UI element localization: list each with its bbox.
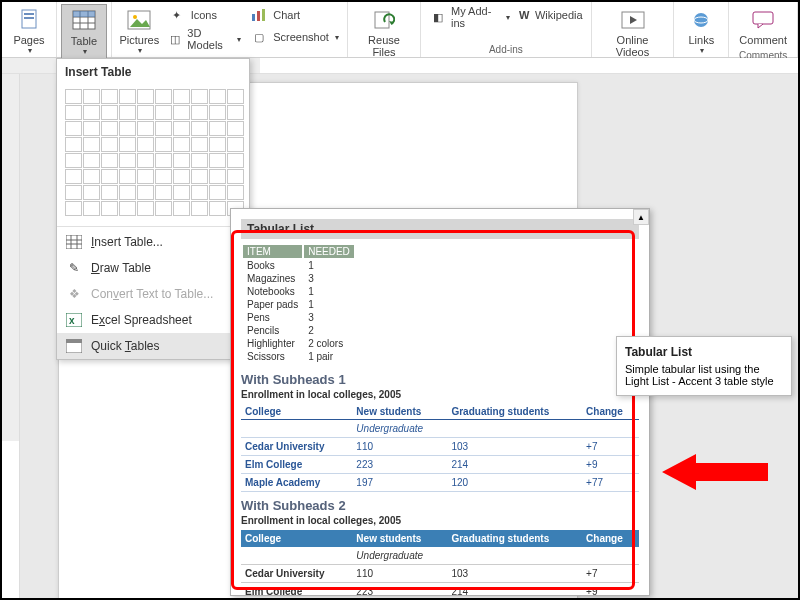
online-videos-button[interactable]: Online Videos [596, 4, 670, 60]
grid-cell[interactable] [137, 185, 154, 200]
grid-cell[interactable] [101, 185, 118, 200]
scroll-up-button[interactable]: ▲ [633, 209, 649, 225]
grid-cell[interactable] [209, 137, 226, 152]
3dmodels-button[interactable]: ◫3D Models▾ [163, 26, 246, 52]
grid-cell[interactable] [155, 105, 172, 120]
quick-tables-item[interactable]: Quick Tables ▶ [57, 333, 249, 359]
grid-cell[interactable] [83, 153, 100, 168]
grid-cell[interactable] [83, 105, 100, 120]
grid-cell[interactable] [227, 89, 244, 104]
grid-cell[interactable] [173, 169, 190, 184]
grid-cell[interactable] [83, 137, 100, 152]
grid-cell[interactable] [173, 201, 190, 216]
grid-cell[interactable] [155, 153, 172, 168]
grid-cell[interactable] [65, 121, 82, 136]
grid-cell[interactable] [101, 137, 118, 152]
grid-cell[interactable] [137, 153, 154, 168]
grid-cell[interactable] [191, 169, 208, 184]
grid-cell[interactable] [119, 169, 136, 184]
grid-cell[interactable] [65, 89, 82, 104]
grid-cell[interactable] [65, 105, 82, 120]
icons-button[interactable]: ✦Icons [163, 4, 246, 26]
grid-cell[interactable] [173, 105, 190, 120]
grid-cell[interactable] [83, 121, 100, 136]
grid-cell[interactable] [191, 185, 208, 200]
grid-cell[interactable] [137, 89, 154, 104]
grid-cell[interactable] [65, 153, 82, 168]
grid-cell[interactable] [83, 185, 100, 200]
grid-cell[interactable] [227, 153, 244, 168]
grid-cell[interactable] [191, 121, 208, 136]
grid-cell[interactable] [101, 89, 118, 104]
grid-cell[interactable] [137, 121, 154, 136]
with-subheads-2-preview[interactable]: With Subheads 2 Enrollment in local coll… [241, 498, 639, 596]
grid-cell[interactable] [209, 105, 226, 120]
pages-button[interactable]: Pages▾ [6, 4, 52, 57]
grid-cell[interactable] [155, 137, 172, 152]
grid-cell[interactable] [119, 105, 136, 120]
grid-cell[interactable] [137, 169, 154, 184]
grid-cell[interactable] [209, 153, 226, 168]
grid-cell[interactable] [119, 153, 136, 168]
excel-spreadsheet-item[interactable]: x Excel Spreadsheet [57, 307, 249, 333]
grid-cell[interactable] [209, 169, 226, 184]
grid-cell[interactable] [191, 137, 208, 152]
grid-cell[interactable] [155, 185, 172, 200]
links-button[interactable]: Links▾ [678, 4, 724, 57]
grid-cell[interactable] [227, 105, 244, 120]
grid-cell[interactable] [227, 185, 244, 200]
grid-cell[interactable] [119, 137, 136, 152]
grid-cell[interactable] [191, 89, 208, 104]
comment-button[interactable]: Comment [733, 4, 793, 48]
grid-cell[interactable] [65, 137, 82, 152]
grid-cell[interactable] [155, 169, 172, 184]
grid-cell[interactable] [173, 137, 190, 152]
my-addins-button[interactable]: ◧My Add-ins▾ [425, 4, 513, 30]
grid-cell[interactable] [191, 105, 208, 120]
grid-cell[interactable] [101, 121, 118, 136]
grid-cell[interactable] [173, 153, 190, 168]
grid-cell[interactable] [227, 137, 244, 152]
grid-cell[interactable] [65, 169, 82, 184]
grid-cell[interactable] [209, 121, 226, 136]
grid-cell[interactable] [173, 89, 190, 104]
quick-tables-submenu[interactable]: ▲ Tabular List ITEMNEEDED Books1Magazine… [230, 208, 650, 596]
grid-cell[interactable] [137, 105, 154, 120]
grid-cell[interactable] [155, 89, 172, 104]
grid-cell[interactable] [119, 121, 136, 136]
grid-cell[interactable] [101, 169, 118, 184]
grid-cell[interactable] [119, 185, 136, 200]
grid-cell[interactable] [65, 201, 82, 216]
grid-cell[interactable] [155, 121, 172, 136]
table-button[interactable]: Table▾ [61, 4, 107, 59]
insert-table-item[interactable]: IInsert Table...nsert Table... [57, 229, 249, 255]
grid-cell[interactable] [83, 201, 100, 216]
grid-cell[interactable] [173, 121, 190, 136]
grid-cell[interactable] [191, 153, 208, 168]
grid-cell[interactable] [65, 185, 82, 200]
grid-cell[interactable] [227, 121, 244, 136]
grid-cell[interactable] [209, 201, 226, 216]
draw-table-item[interactable]: ✎ Draw Table [57, 255, 249, 281]
grid-cell[interactable] [155, 201, 172, 216]
tabular-list-preview[interactable]: ITEMNEEDED Books1Magazines3Notebooks1Pap… [241, 243, 356, 364]
grid-cell[interactable] [191, 201, 208, 216]
table-size-grid[interactable] [57, 85, 249, 224]
grid-cell[interactable] [227, 169, 244, 184]
pictures-button[interactable]: Pictures▾ [116, 4, 163, 57]
grid-cell[interactable] [83, 169, 100, 184]
with-subheads-1-preview[interactable]: With Subheads 1 Enrollment in local coll… [241, 372, 639, 492]
grid-cell[interactable] [209, 89, 226, 104]
grid-cell[interactable] [137, 201, 154, 216]
reuse-files-button[interactable]: Reuse Files [352, 4, 416, 60]
grid-cell[interactable] [101, 153, 118, 168]
grid-cell[interactable] [119, 89, 136, 104]
wikipedia-button[interactable]: WWikipedia [514, 4, 587, 26]
screenshot-button[interactable]: ▢Screenshot▾ [245, 26, 343, 48]
grid-cell[interactable] [101, 105, 118, 120]
grid-cell[interactable] [83, 89, 100, 104]
grid-cell[interactable] [101, 201, 118, 216]
grid-cell[interactable] [173, 185, 190, 200]
grid-cell[interactable] [119, 201, 136, 216]
chart-button[interactable]: Chart [245, 4, 343, 26]
